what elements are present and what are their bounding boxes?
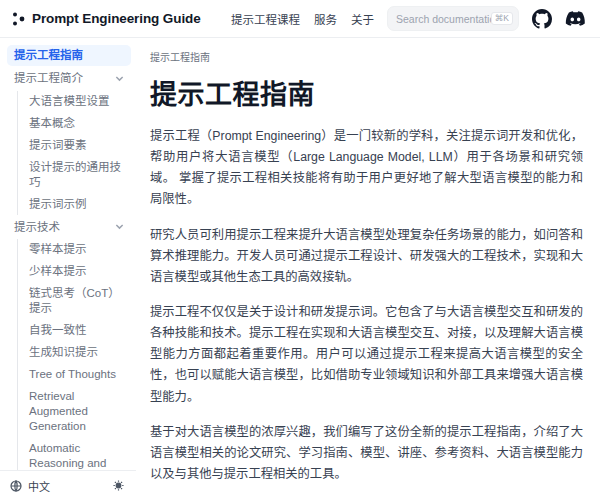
sidebar-item-techniques[interactable]: 提示技术: [7, 217, 131, 238]
sidebar-subsection-techniques: 零样本提示少样本提示链式思考（CoT）提示自我一致性生成知识提示Tree of …: [17, 239, 131, 470]
language-label: 中文: [28, 478, 50, 494]
sidebar-subitem[interactable]: 链式思考（CoT）提示: [27, 283, 131, 319]
sidebar: 提示工程指南提示工程简介大语言模型设置基本概念提示词要素设计提示的通用技巧提示词…: [0, 38, 136, 500]
chevron-down-icon: [115, 222, 124, 231]
sidebar-subitem[interactable]: 少样本提示: [27, 261, 131, 282]
search-input[interactable]: [396, 13, 491, 25]
breadcrumb: 提示工程指南: [150, 49, 583, 64]
sidebar-subitem[interactable]: 设计提示的通用技巧: [27, 157, 131, 193]
globe-icon: [10, 480, 22, 492]
sidebar-subitem[interactable]: 基本概念: [27, 113, 131, 134]
header: Prompt Engineering Guide 提示工程课程服务关于 ⌘K: [0, 0, 600, 38]
page-title: 提示工程指南: [150, 73, 583, 112]
sidebar-subitem[interactable]: 自我一致性: [27, 320, 131, 341]
logo-text: Prompt Engineering Guide: [32, 11, 201, 26]
header-nav: 提示工程课程服务关于: [231, 11, 374, 27]
discord-icon[interactable]: [565, 11, 586, 27]
content-paragraph: 基于对大语言模型的浓厚兴趣，我们编写了这份全新的提示工程指南，介绍了大语言模型相…: [150, 422, 583, 485]
sidebar-subitem[interactable]: Retrieval Augmented Generation: [27, 386, 131, 437]
logo[interactable]: Prompt Engineering Guide: [12, 11, 201, 27]
content-paragraph: 提示工程不仅仅是关于设计和研发提示词。它包含了与大语言模型交互和研发的各种技能和…: [150, 302, 583, 408]
sidebar-footer: 中文: [0, 470, 136, 500]
sidebar-subitem[interactable]: Tree of Thoughts: [27, 364, 131, 385]
nav-link-course[interactable]: 提示工程课程: [231, 11, 300, 27]
sidebar-item-label: 提示技术: [14, 220, 60, 235]
sidebar-subitem[interactable]: 提示词示例: [27, 194, 131, 215]
theme-toggle-icon[interactable]: [113, 480, 124, 491]
search-box[interactable]: ⌘K: [387, 6, 519, 31]
sidebar-subitem[interactable]: 生成知识提示: [27, 342, 131, 363]
sidebar-subitem[interactable]: 零样本提示: [27, 239, 131, 260]
sidebar-item-introduction[interactable]: 提示工程简介: [7, 68, 131, 89]
sidebar-subsection-introduction: 大语言模型设置基本概念提示词要素设计提示的通用技巧提示词示例: [17, 91, 131, 215]
sidebar-item-label: 提示工程指南: [14, 48, 83, 63]
content-paragraphs: 提示工程（Prompt Engineering）是一门较新的学科，关注提示词开发…: [150, 126, 583, 485]
sidebar-subitem[interactable]: Automatic Reasoning and Tool-use: [27, 438, 131, 470]
sidebar-nav: 提示工程指南提示工程简介大语言模型设置基本概念提示词要素设计提示的通用技巧提示词…: [0, 38, 136, 470]
chevron-down-icon: [115, 74, 124, 83]
sidebar-item-label: 提示工程简介: [14, 71, 83, 86]
main-content: 提示工程指南 提示工程指南 提示工程（Prompt Engineering）是一…: [136, 38, 600, 500]
nav-link-about[interactable]: 关于: [351, 11, 374, 27]
sidebar-subitem[interactable]: 大语言模型设置: [27, 91, 131, 112]
nav-link-services[interactable]: 服务: [314, 11, 337, 27]
search-shortcut-kbd: ⌘K: [491, 12, 513, 25]
language-switcher[interactable]: 中文: [10, 478, 50, 494]
sidebar-subitem[interactable]: 提示词要素: [27, 135, 131, 156]
content-paragraph: 提示工程（Prompt Engineering）是一门较新的学科，关注提示词开发…: [150, 126, 583, 211]
logo-dots-icon: [12, 11, 25, 27]
sidebar-item-guide[interactable]: 提示工程指南: [7, 45, 131, 66]
github-icon[interactable]: [532, 9, 552, 29]
content-paragraph: 研究人员可利用提示工程来提升大语言模型处理复杂任务场景的能力，如问答和算术推理能…: [150, 225, 583, 288]
